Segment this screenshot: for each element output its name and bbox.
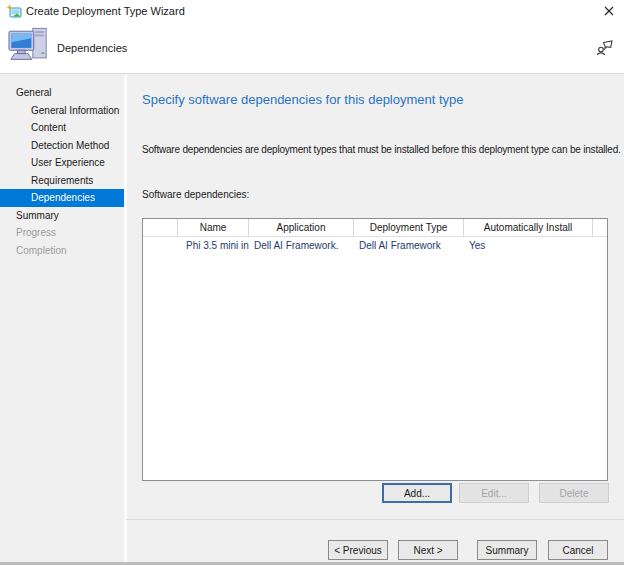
row-cell-blank [143,237,178,255]
delete-button: Delete [539,483,609,503]
dependencies-table[interactable]: Name Application Deployment Type Automat… [142,218,608,481]
previous-button[interactable]: < Previous [328,540,388,560]
edit-button: Edit... [459,483,529,503]
computer-icon [8,26,50,70]
nav-item-dependencies[interactable]: Dependencies [0,189,124,207]
nav-item-general[interactable]: General [0,84,124,102]
column-header-blank[interactable] [143,219,178,236]
window-title: Create Deployment Type Wizard [26,0,185,22]
page-title: Dependencies [57,22,127,74]
sidebar-divider [124,75,127,562]
cancel-button[interactable]: Cancel [548,540,608,560]
row-cell-automatically-install: Yes [464,237,593,255]
nav-item-general-information[interactable]: General Information [0,102,124,120]
wizard-page-header: Dependencies [0,22,624,74]
nav-item-progress: Progress [0,224,124,242]
page-heading: Specify software dependencies for this d… [142,92,464,107]
column-header-deployment-type[interactable]: Deployment Type [354,219,464,236]
table-row[interactable]: Phi 3.5 mini in Dell AI Framework. Dell … [143,237,607,255]
column-header-application[interactable]: Application [249,219,354,236]
wizard-nav: General General Information Content Dete… [0,75,124,562]
summary-button[interactable]: Summary [477,540,537,560]
column-header-name[interactable]: Name [178,219,249,236]
add-button[interactable]: Add... [382,483,452,503]
feedback-icon[interactable] [595,38,615,58]
nav-item-requirements[interactable]: Requirements [0,172,124,190]
nav-item-summary[interactable]: Summary [0,207,124,225]
nav-item-completion: Completion [0,242,124,260]
wizard-app-icon [6,4,22,19]
next-button[interactable]: Next > [398,540,458,560]
create-deployment-type-wizard-window: Create Deployment Type Wizard Dependenci… [0,0,624,565]
nav-item-detection-method[interactable]: Detection Method [0,137,124,155]
table-header: Name Application Deployment Type Automat… [143,219,607,237]
close-icon[interactable] [594,0,624,22]
titlebar: Create Deployment Type Wizard [0,0,624,22]
row-cell-deployment-type: Dell AI Framework [354,237,464,255]
column-header-automatically-install[interactable]: Automatically Install [464,219,593,236]
nav-item-user-experience[interactable]: User Experience [0,154,124,172]
software-dependencies-label: Software dependencies: [142,189,249,200]
row-cell-name: Phi 3.5 mini in [178,237,249,255]
row-cell-application: Dell AI Framework. [249,237,354,255]
nav-item-content[interactable]: Content [0,119,124,137]
footer-separator [126,519,624,520]
column-header-trailing-blank [593,219,607,236]
page-description: Software dependencies are deployment typ… [142,144,621,155]
